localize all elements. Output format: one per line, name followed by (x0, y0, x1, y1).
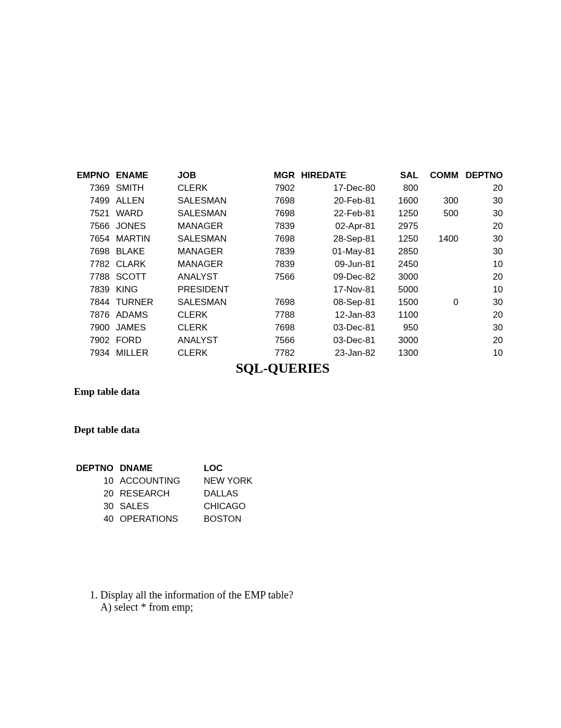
cell-sal: 1250 (379, 207, 422, 220)
cell-empno: 7698 (74, 245, 114, 258)
cell-ename: MILLER (114, 347, 176, 360)
table-row: 7521WARDSALESMAN769822-Feb-81125050030 (74, 207, 507, 220)
cell-comm (423, 245, 463, 258)
cell-job: SALESMAN (175, 195, 245, 207)
cell-empno: 7782 (74, 258, 114, 271)
table-row: 7788SCOTTANALYST756609-Dec-82300020 (74, 271, 507, 283)
cell-mgr: 7698 (245, 321, 299, 334)
cell-hiredate: 17-Dec-80 (299, 182, 379, 195)
cell-comm (423, 334, 463, 347)
cell-mgr: 7788 (245, 309, 299, 321)
question-text: Display all the information of the EMP t… (100, 589, 293, 601)
col-sal: SAL (379, 169, 422, 182)
table-row: 40OPERATIONSBOSTON (74, 513, 280, 526)
cell-mgr: 7698 (245, 233, 299, 245)
cell-empno: 7566 (74, 220, 114, 233)
cell-sal: 1500 (379, 296, 422, 309)
cell-ename: JONES (114, 220, 176, 233)
cell-empno: 7788 (74, 271, 114, 283)
cell-hiredate: 01-May-81 (299, 245, 379, 258)
cell-ename: JAMES (114, 321, 176, 334)
cell-deptno: 30 (463, 321, 507, 334)
cell-deptno: 30 (463, 195, 507, 207)
table-row: 7839KINGPRESIDENT17-Nov-81500010 (74, 283, 507, 296)
cell-mgr: 7839 (245, 245, 299, 258)
cell-empno: 7521 (74, 207, 114, 220)
cell-job: CLERK (175, 309, 245, 321)
table-row: 7566JONESMANAGER783902-Apr-81297520 (74, 220, 507, 233)
col-loc: LOC (202, 462, 280, 475)
question-list: Display all the information of the EMP t… (85, 589, 454, 613)
table-row: 30SALESCHICAGO (74, 500, 280, 513)
cell-dname: SALES (118, 500, 202, 513)
cell-deptno: 10 (74, 475, 118, 487)
cell-sal: 1600 (379, 195, 422, 207)
cell-empno: 7876 (74, 309, 114, 321)
cell-deptno: 10 (463, 258, 507, 271)
cell-job: MANAGER (175, 258, 245, 271)
col-hiredate: HIREDATE (299, 169, 379, 182)
cell-ename: WARD (114, 207, 176, 220)
cell-deptno: 30 (463, 207, 507, 220)
cell-hiredate: 22-Feb-81 (299, 207, 379, 220)
cell-hiredate: 17-Nov-81 (299, 283, 379, 296)
cell-empno: 7499 (74, 195, 114, 207)
cell-loc: NEW YORK (202, 475, 280, 487)
cell-comm (423, 347, 463, 360)
cell-ename: BLAKE (114, 245, 176, 258)
dept-table: DEPTNO DNAME LOC 10ACCOUNTINGNEW YORK20R… (74, 462, 280, 526)
cell-sal: 5000 (379, 283, 422, 296)
cell-comm (423, 321, 463, 334)
cell-empno: 7900 (74, 321, 114, 334)
table-row: 7902FORDANALYST756603-Dec-81300020 (74, 334, 507, 347)
cell-sal: 2450 (379, 258, 422, 271)
table-row: 20RESEARCHDALLAS (74, 487, 280, 500)
answer-text: A) select * from emp; (100, 601, 193, 613)
cell-comm: 1400 (423, 233, 463, 245)
cell-job: ANALYST (175, 334, 245, 347)
cell-deptno: 40 (74, 513, 118, 526)
cell-sal: 2850 (379, 245, 422, 258)
emp-subhead: Emp table data (74, 386, 561, 398)
cell-hiredate: 23-Jan-82 (299, 347, 379, 360)
cell-hiredate: 20-Feb-81 (299, 195, 379, 207)
table-row: 7698BLAKEMANAGER783901-May-81285030 (74, 245, 507, 258)
cell-loc: BOSTON (202, 513, 280, 526)
cell-sal: 1100 (379, 309, 422, 321)
cell-job: CLERK (175, 347, 245, 360)
cell-ename: SCOTT (114, 271, 176, 283)
cell-sal: 3000 (379, 271, 422, 283)
cell-job: SALESMAN (175, 296, 245, 309)
cell-mgr: 7698 (245, 195, 299, 207)
cell-sal: 1300 (379, 347, 422, 360)
cell-job: MANAGER (175, 220, 245, 233)
cell-ename: ALLEN (114, 195, 176, 207)
dept-table-header: DEPTNO DNAME LOC (74, 462, 280, 475)
cell-comm (423, 182, 463, 195)
cell-ename: FORD (114, 334, 176, 347)
cell-mgr: 7902 (245, 182, 299, 195)
cell-empno: 7369 (74, 182, 114, 195)
cell-ename: TURNER (114, 296, 176, 309)
cell-mgr: 7566 (245, 334, 299, 347)
cell-deptno: 30 (463, 245, 507, 258)
cell-deptno: 10 (463, 347, 507, 360)
cell-hiredate: 28-Sep-81 (299, 233, 379, 245)
cell-job: SALESMAN (175, 233, 245, 245)
col-comm: COMM (423, 169, 463, 182)
cell-hiredate: 12-Jan-83 (299, 309, 379, 321)
cell-empno: 7839 (74, 283, 114, 296)
col-job: JOB (175, 169, 245, 182)
emp-table: EMPNO ENAME JOB MGR HIREDATE SAL COMM DE… (74, 169, 507, 360)
cell-loc: DALLAS (202, 487, 280, 500)
cell-empno: 7902 (74, 334, 114, 347)
col-empno: EMPNO (74, 169, 114, 182)
cell-dname: RESEARCH (118, 487, 202, 500)
col-deptno: DEPTNO (74, 462, 118, 475)
cell-dname: ACCOUNTING (118, 475, 202, 487)
cell-deptno: 20 (463, 220, 507, 233)
cell-comm (423, 258, 463, 271)
cell-hiredate: 03-Dec-81 (299, 321, 379, 334)
cell-deptno: 20 (74, 487, 118, 500)
col-mgr: MGR (245, 169, 299, 182)
